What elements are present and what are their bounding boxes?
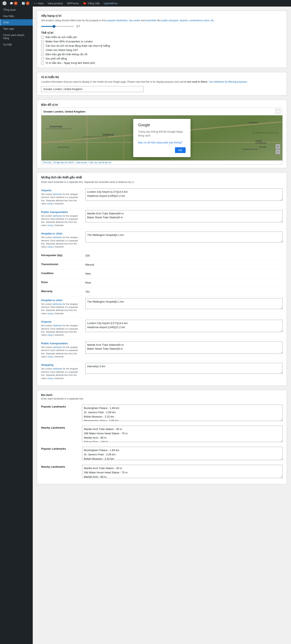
location-display-section: Vị trí hiển thị Location information tha… — [37, 72, 287, 96]
language-switcher[interactable]: 🇻🇳 Tiếng Việt — [82, 0, 101, 6]
checkbox-3[interactable] — [41, 49, 44, 52]
updraft-label: UpdraftPlus — [104, 2, 118, 5]
hospital-1-label: Hospital or clinic — [41, 232, 79, 235]
pt2-attr-link[interactable]: attributes — [53, 346, 62, 348]
nearby-landmarks-1-textarea[interactable]: Marble Arch Tube Station - 40 m Still Wa… — [82, 426, 282, 442]
horsepower-label: Horsepower (hp) — [41, 254, 79, 257]
map-report-link[interactable]: Báo cáo một lỗi bản đồ — [90, 162, 111, 164]
wpforms-link[interactable]: WPForms — [66, 0, 81, 6]
map-terms-link[interactable]: Điều khoản — [76, 162, 87, 164]
field-row-condition: Condition — [41, 269, 282, 278]
landmarks-section: Địa danh Enter each landmark in a separa… — [37, 390, 287, 484]
warranty-input-col — [82, 287, 282, 296]
airports-2-label-col: Airports Set custom attributes for the w… — [41, 318, 82, 339]
transmission-input-col — [82, 260, 282, 269]
location-display-desc: Location information that you want to di… — [41, 80, 282, 84]
a2-attr-link[interactable]: attributes — [53, 324, 62, 327]
checkbox-2[interactable] — [41, 44, 44, 47]
sidebar-label-tien-nghi: Tiện nghi — [3, 27, 14, 30]
comments-count: 8 — [14, 2, 18, 5]
hospital-1-textarea[interactable]: The Wellington Hospital|2.1 km — [85, 232, 282, 242]
drive-input[interactable] — [85, 280, 282, 285]
updates-link[interactable]: 🔄 0 — [20, 0, 31, 6]
slider-track — [41, 26, 74, 27]
public-transport-1-input-col: Marble Arch Tube Station|40 m Baker Stre… — [82, 208, 282, 230]
checkbox-item-3[interactable]: Chăm sóc khách hàng 24/7 — [41, 48, 282, 52]
sidebar-item-chinh-sach[interactable]: Chính sách khách hàng — [0, 32, 33, 41]
comments-link[interactable]: 💬 8 — [8, 0, 19, 6]
transmission-input[interactable] — [85, 262, 282, 267]
checkbox-item-1[interactable]: Better than 99% of properties in London — [41, 40, 282, 43]
nearby-landmarks-2-input-col: Marble Arch Tube Station - 40 m Still Wa… — [82, 463, 282, 481]
location-rating-section: Xếp hạng vị trí Set location rating shou… — [37, 11, 287, 68]
map-container: Greater London, United Kingdom ⛶ STREATH… — [41, 108, 282, 165]
sh-using-link[interactable]: using — [47, 377, 52, 380]
public-transport-2-textarea[interactable]: Marble Arch Tube Station|40 m Baker Stre… — [85, 342, 282, 354]
wp-logo[interactable] — [2, 0, 7, 6]
checkbox-item-0[interactable]: Bảo hiểm du lịch miễn phí — [41, 36, 282, 39]
new-label: + New — [36, 2, 44, 5]
checkbox-label-5: Khu phố nổi tiếng — [46, 57, 67, 60]
updraft-link[interactable]: UpdraftPlus — [102, 0, 119, 6]
checkbox-label-2: Các tour du lịch và hoạt động được lựa c… — [46, 44, 110, 47]
popular-landmarks-1-textarea[interactable]: Buckingham Palace - 1.84 km St. James's … — [82, 405, 282, 421]
sidebar-item-tien-nghi[interactable]: Tiện nghi — [0, 26, 33, 32]
map-section: Bản đồ vị trí Greater London, United Kin… — [37, 100, 287, 168]
amenities-checkboxes: Bảo hiểm du lịch miễn phí Better than 99… — [41, 36, 282, 64]
airports-1-textarea[interactable]: London City Airport (LCY)|14.4 km Heathr… — [85, 188, 282, 201]
checkbox-item-6[interactable]: Vị trí đắc địa – Ngay trung tâm thành ph… — [41, 61, 282, 64]
airports-1-using-link[interactable]: using — [47, 202, 52, 205]
svg-point-0 — [2, 1, 6, 5]
sidebar-item-vi-tri[interactable]: Vị trí — [0, 19, 33, 26]
shopping-input-col: Harrods|1.5 km — [82, 361, 282, 382]
google-ok-button[interactable]: OK — [175, 147, 186, 153]
airports-1-attr-link[interactable]: attributes — [53, 193, 62, 195]
sh-attr-link[interactable]: attributes — [53, 368, 62, 370]
h1-attr-link[interactable]: attributes — [53, 236, 62, 238]
public-transport-1-textarea[interactable]: Marble Arch Tube Station|40 m Baker Stre… — [85, 210, 282, 222]
new-content-button[interactable]: + + New — [32, 0, 45, 6]
checkbox-item-5[interactable]: Khu phố nổi tiếng — [41, 57, 282, 60]
hospital-2-textarea[interactable]: The Wellington Hospital|2.1 km — [85, 298, 282, 309]
a2-using-link[interactable]: using — [47, 334, 52, 336]
airports-2-desc: Set custom attributes for the wrapper el… — [41, 324, 79, 337]
airports-2-textarea[interactable]: London City Airport (LCY)|14.4 km Heathr… — [85, 320, 282, 332]
condition-input[interactable] — [85, 271, 282, 276]
essentials-title: Những thứ cần thiết gần nhất — [41, 176, 282, 179]
map-fullscreen-button[interactable]: ⛶ — [276, 109, 280, 114]
checkbox-label-4: Đảm bảo giá tốt nhất không rắc rối — [46, 53, 88, 56]
checkbox-item-2[interactable]: Các tour du lịch và hoạt động được lựa c… — [41, 44, 282, 47]
checkbox-6[interactable] — [41, 62, 44, 64]
view-product-link[interactable]: View product — [46, 0, 65, 6]
h2-using-link[interactable]: using — [47, 312, 52, 315]
h2-attr-link[interactable]: attributes — [53, 303, 62, 305]
nearby-landmarks-1-label: Nearby Landmarks — [41, 424, 82, 445]
nearby-landmarks-2-textarea[interactable]: Marble Arch Tube Station - 40 m Still Wa… — [82, 465, 282, 478]
warranty-input[interactable] — [85, 289, 282, 294]
sidebar-item-su-that[interactable]: Sự thật — [0, 41, 33, 48]
checkbox-0[interactable] — [41, 36, 44, 39]
checkbox-item-4[interactable]: Đảm bảo giá tốt nhất không rắc rối — [41, 53, 282, 56]
amenities-title: Thẻ vị trí — [41, 31, 282, 34]
view-product-label: View product — [48, 2, 63, 5]
pt2-using-link[interactable]: using — [47, 355, 52, 358]
pt1-using-link[interactable]: using — [47, 224, 52, 226]
pt1-attr-link[interactable]: attributes — [53, 214, 62, 217]
airports-1-desc: Set custom attributes for the wrapper el… — [41, 193, 79, 206]
flag-icon: 🇻🇳 — [83, 2, 86, 5]
google-dialog-link[interactable]: Bạn có sở hữu trang web này không? — [138, 141, 186, 144]
checkbox-4[interactable] — [41, 53, 44, 56]
airports-1-label-col: Airports Set custom attributes for the w… — [41, 186, 82, 208]
sidebar-item-tong-quan[interactable]: Tổng quan — [0, 6, 33, 13]
checkbox-5[interactable] — [41, 57, 44, 60]
h1-using-link[interactable]: using — [47, 246, 52, 248]
horsepower-input[interactable] — [85, 253, 282, 258]
shopping-textarea[interactable]: Harrods|1.5 km — [85, 363, 282, 374]
sidebar-label-chinh-sach: Chính sách khách hàng — [3, 34, 24, 40]
popular-landmarks-2-textarea[interactable]: Buckingham Palace - 1.84 km St. James's … — [82, 447, 282, 460]
airports-2-input-col: London City Airport (LCY)|14.4 km Heathr… — [82, 318, 282, 339]
sidebar-item-huy-hieu[interactable]: Huy Hiệu — [0, 13, 33, 19]
map-shortcut-link[interactable]: Phím tắt — [43, 162, 51, 164]
slider-thumb[interactable] — [52, 25, 56, 28]
checkbox-1[interactable] — [41, 40, 44, 43]
